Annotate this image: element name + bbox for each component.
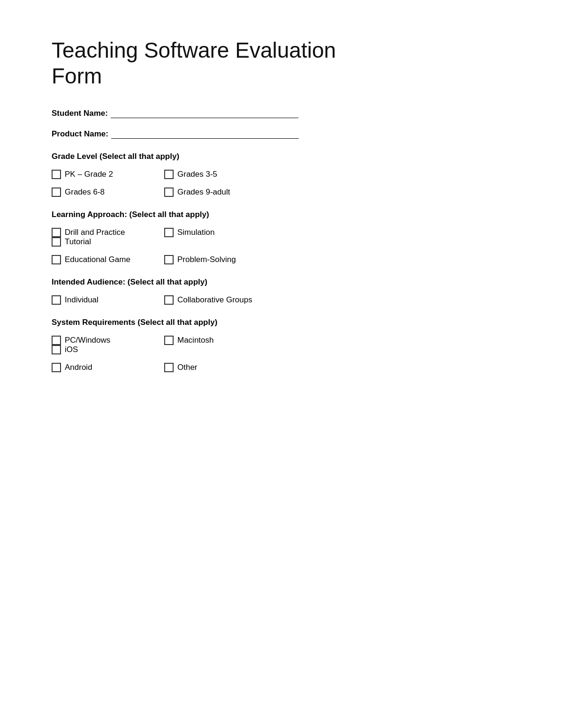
label-problem-solving: Problem-Solving bbox=[177, 255, 236, 264]
checkbox-box-grades-3-5[interactable] bbox=[164, 170, 174, 179]
checkbox-other[interactable]: Other bbox=[164, 363, 249, 372]
label-pk-grade2: PK – Grade 2 bbox=[65, 170, 113, 179]
form-page: Teaching Software Evaluation Form Studen… bbox=[0, 0, 422, 418]
label-macintosh: Macintosh bbox=[177, 336, 213, 345]
checkbox-pc-windows[interactable]: PC/Windows bbox=[52, 336, 136, 345]
label-pc-windows: PC/Windows bbox=[65, 336, 110, 345]
system-row-2: Android Other bbox=[52, 363, 371, 372]
checkbox-problem-solving[interactable]: Problem-Solving bbox=[164, 255, 249, 264]
checkbox-grades-6-8[interactable]: Grades 6-8 bbox=[52, 188, 136, 197]
checkbox-box-pc-windows[interactable] bbox=[52, 336, 61, 345]
learning-row-2: Educational Game Problem-Solving bbox=[52, 255, 371, 264]
grade-level-checkboxes: PK – Grade 2 Grades 3-5 Grades 6-8 Grade… bbox=[52, 170, 371, 197]
audience-row-1: Individual Collaborative Groups bbox=[52, 295, 371, 305]
system-requirements-title: System Requirements (Select all that app… bbox=[52, 318, 371, 327]
checkbox-box-macintosh[interactable] bbox=[164, 336, 174, 345]
form-title: Teaching Software Evaluation Form bbox=[52, 38, 371, 89]
checkbox-pk-grade2[interactable]: PK – Grade 2 bbox=[52, 170, 136, 179]
checkbox-box-tutorial[interactable] bbox=[52, 237, 61, 247]
checkbox-box-collaborative-groups[interactable] bbox=[164, 295, 174, 305]
checkbox-tutorial[interactable]: Tutorial bbox=[52, 237, 136, 247]
grade-row-2: Grades 6-8 Grades 9-adult bbox=[52, 188, 371, 197]
checkbox-grades-9-adult[interactable]: Grades 9-adult bbox=[164, 188, 249, 197]
grade-row-1: PK – Grade 2 Grades 3-5 bbox=[52, 170, 371, 179]
checkbox-collaborative-groups[interactable]: Collaborative Groups bbox=[164, 295, 277, 305]
label-collaborative-groups: Collaborative Groups bbox=[177, 295, 252, 305]
learning-row-1: Drill and Practice Simulation Tutorial bbox=[52, 228, 371, 247]
checkbox-box-educational-game[interactable] bbox=[52, 255, 61, 264]
checkbox-macintosh[interactable]: Macintosh bbox=[164, 336, 249, 345]
product-name-input[interactable] bbox=[111, 128, 299, 139]
checkbox-box-grades-9-adult[interactable] bbox=[164, 188, 174, 197]
checkbox-educational-game[interactable]: Educational Game bbox=[52, 255, 136, 264]
intended-audience-checkboxes: Individual Collaborative Groups bbox=[52, 295, 371, 305]
student-name-label: Student Name: bbox=[52, 109, 108, 118]
checkbox-box-drill-practice[interactable] bbox=[52, 228, 61, 237]
learning-approach-checkboxes: Drill and Practice Simulation Tutorial E… bbox=[52, 228, 371, 264]
system-requirements-checkboxes: PC/Windows Macintosh iOS Android bbox=[52, 336, 371, 372]
product-name-row: Product Name: bbox=[52, 128, 371, 139]
label-tutorial: Tutorial bbox=[65, 237, 91, 247]
grade-level-section: Grade Level (Select all that apply) PK –… bbox=[52, 152, 371, 197]
system-row-1: PC/Windows Macintosh iOS bbox=[52, 336, 371, 354]
label-grades-3-5: Grades 3-5 bbox=[177, 170, 217, 179]
label-android: Android bbox=[65, 363, 92, 372]
checkbox-android[interactable]: Android bbox=[52, 363, 136, 372]
checkbox-box-android[interactable] bbox=[52, 363, 61, 372]
checkbox-box-problem-solving[interactable] bbox=[164, 255, 174, 264]
checkbox-grades-3-5[interactable]: Grades 3-5 bbox=[164, 170, 249, 179]
checkbox-box-grades-6-8[interactable] bbox=[52, 188, 61, 197]
label-ios: iOS bbox=[65, 345, 78, 354]
checkbox-box-pk-grade2[interactable] bbox=[52, 170, 61, 179]
checkbox-simulation[interactable]: Simulation bbox=[164, 228, 249, 237]
learning-approach-section: Learning Approach: (Select all that appl… bbox=[52, 210, 371, 264]
checkbox-box-simulation[interactable] bbox=[164, 228, 174, 237]
intended-audience-section: Intended Audience: (Select all that appl… bbox=[52, 278, 371, 305]
system-requirements-section: System Requirements (Select all that app… bbox=[52, 318, 371, 372]
checkbox-individual[interactable]: Individual bbox=[52, 295, 136, 305]
label-drill-practice: Drill and Practice bbox=[65, 228, 125, 237]
checkbox-box-other[interactable] bbox=[164, 363, 174, 372]
label-individual: Individual bbox=[65, 295, 99, 305]
checkbox-box-individual[interactable] bbox=[52, 295, 61, 305]
label-other: Other bbox=[177, 363, 198, 372]
intended-audience-title: Intended Audience: (Select all that appl… bbox=[52, 278, 371, 287]
checkbox-drill-practice[interactable]: Drill and Practice bbox=[52, 228, 136, 237]
label-simulation: Simulation bbox=[177, 228, 214, 237]
label-educational-game: Educational Game bbox=[65, 255, 130, 264]
checkbox-box-ios[interactable] bbox=[52, 345, 61, 354]
student-name-input[interactable] bbox=[111, 108, 298, 118]
grade-level-title: Grade Level (Select all that apply) bbox=[52, 152, 371, 161]
product-name-label: Product Name: bbox=[52, 129, 108, 139]
student-name-row: Student Name: bbox=[52, 108, 371, 118]
label-grades-9-adult: Grades 9-adult bbox=[177, 188, 230, 197]
checkbox-ios[interactable]: iOS bbox=[52, 345, 136, 354]
label-grades-6-8: Grades 6-8 bbox=[65, 188, 105, 197]
learning-approach-title: Learning Approach: (Select all that appl… bbox=[52, 210, 371, 219]
